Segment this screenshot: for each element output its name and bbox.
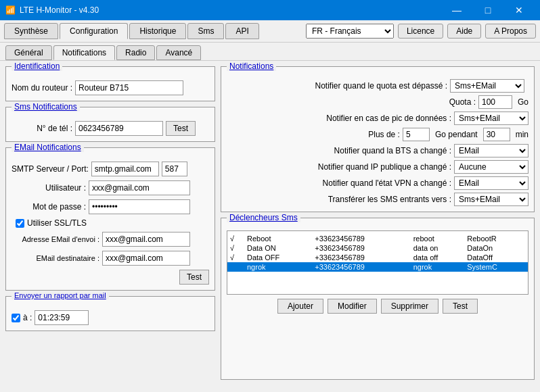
- row-check: [227, 262, 244, 272]
- row-response: SystemC: [464, 262, 528, 272]
- quota-label: Quota :: [227, 97, 476, 107]
- notifications-group: Notifications Notifier quand le quota es…: [221, 66, 535, 212]
- row-check: √: [227, 234, 244, 243]
- notif-transfer-label: Transférer les SMS entrants vers :: [227, 195, 451, 204]
- smtp-label: SMTP Serveur / Port:: [12, 164, 89, 174]
- notif-bts-select[interactable]: EMailAucuneSmsSms+EMail: [454, 144, 528, 157]
- rapport-row: à :: [12, 310, 209, 325]
- phone-input[interactable]: [75, 121, 163, 136]
- table-row[interactable]: √ Data ON +33623456789 data on DataOn: [227, 243, 528, 253]
- notif-plusde-row: Plus de : Go pendant min: [227, 128, 528, 141]
- rapport-time-input[interactable]: [35, 310, 89, 325]
- quota-input[interactable]: [478, 95, 512, 109]
- row-number: +33623456789: [312, 253, 410, 262]
- from-label: Adresse EMail d'envoi :: [12, 235, 99, 243]
- notif-quota-label: Notifier quand le quota est dépassé :: [227, 81, 447, 91]
- notif-transfer-select[interactable]: Sms+EMailAucuneSmsEMail: [454, 193, 528, 206]
- app-icon: 📶: [5, 5, 16, 15]
- notif-pic-label: Notifier en cas de pic de données :: [227, 114, 451, 123]
- smtp-input[interactable]: [91, 162, 159, 176]
- notif-quota-select[interactable]: Sms+EMailAucuneSmsEMail: [450, 79, 524, 93]
- supprimer-button[interactable]: Supprimer: [381, 299, 438, 314]
- notif-ip-select[interactable]: AucuneSmsEMailSms+EMail: [454, 160, 528, 174]
- notif-vpn-label: Notifier quand l'état VPN a changé :: [227, 178, 451, 188]
- notif-transfer-row: Transférer les SMS entrants vers : Sms+E…: [227, 193, 528, 206]
- language-select[interactable]: FR - Français: [306, 24, 394, 39]
- user-row: Utilisateur :: [12, 180, 209, 195]
- sms-actions: Ajouter Modifier Supprimer Test: [227, 299, 528, 314]
- subtab-avance[interactable]: Avancé: [156, 45, 201, 60]
- router-name-row: Nom du routeur :: [12, 80, 209, 95]
- licence-button[interactable]: Licence: [398, 24, 443, 39]
- identification-label: Identification: [12, 62, 62, 71]
- rapport-checkbox[interactable]: [12, 314, 20, 322]
- test-sms-button[interactable]: Test: [443, 299, 478, 314]
- subtab-general[interactable]: Général: [5, 45, 52, 60]
- user-label: Utilisateur :: [12, 183, 86, 193]
- sub-tabs: Général Notifications Radio Avancé: [0, 43, 540, 61]
- tab-historique[interactable]: Historique: [129, 23, 186, 39]
- declencheurs-label: Déclencheurs Sms: [227, 213, 300, 222]
- pass-row: Mot de passe :: [12, 199, 209, 214]
- user-input[interactable]: [89, 180, 190, 195]
- row-response: DataOn: [464, 243, 528, 253]
- maximize-button[interactable]: □: [472, 0, 503, 20]
- sms-table-wrapper: √ Reboot +33623456789 reboot RebootR √ D…: [227, 230, 528, 295]
- tab-configuration[interactable]: Configuration: [60, 23, 128, 39]
- row-action: Data ON: [244, 243, 312, 253]
- email-notif-label: EMail Notifications: [12, 143, 84, 152]
- notif-quota-row: Notifier quand le quota est dépassé : Sm…: [227, 79, 528, 93]
- table-row[interactable]: √ Data OFF +33623456789 data off DataOff: [227, 253, 528, 262]
- right-panel: Notifications Notifier quand le quota es…: [221, 66, 535, 380]
- row-keyword: data on: [411, 243, 465, 253]
- tab-synthese[interactable]: Synthèse: [4, 23, 58, 39]
- menu-bar: Synthèse Configuration Historique Sms AP…: [0, 20, 540, 43]
- ajouter-button[interactable]: Ajouter: [277, 299, 323, 314]
- email-test-button[interactable]: Test: [179, 270, 209, 285]
- to-input[interactable]: [102, 251, 190, 266]
- plusde-gounit: Go pendant: [435, 130, 478, 139]
- rapport-group: Envoyer un rapport par mail à :: [5, 296, 215, 331]
- row-action: ngrok: [244, 262, 312, 272]
- sms-table: √ Reboot +33623456789 reboot RebootR √ D…: [227, 234, 528, 272]
- ssl-checkbox[interactable]: [16, 219, 24, 228]
- rapport-label: Envoyer un rapport par mail: [12, 291, 109, 299]
- tab-sms[interactable]: Sms: [187, 23, 224, 39]
- table-row[interactable]: √ Reboot +33623456789 reboot RebootR: [227, 234, 528, 243]
- main-content: Identification Nom du routeur : Sms Noti…: [0, 61, 540, 385]
- from-input[interactable]: [102, 232, 190, 247]
- sms-test-button[interactable]: Test: [166, 121, 196, 136]
- notif-pic-select[interactable]: Sms+EMailAucuneSmsEMail: [454, 112, 528, 125]
- close-button[interactable]: ✕: [503, 0, 535, 20]
- sms-notif-label: Sms Notifications: [12, 102, 80, 112]
- row-number: +33623456789: [312, 262, 410, 272]
- aide-button[interactable]: Aide: [447, 24, 481, 39]
- title-bar-left: 📶 LTE H-Monitor - v4.30: [5, 5, 99, 15]
- modifier-button[interactable]: Modifier: [328, 299, 377, 314]
- plusde-go-input[interactable]: [403, 128, 430, 141]
- tab-api[interactable]: API: [225, 23, 258, 39]
- subtab-radio[interactable]: Radio: [116, 45, 155, 60]
- notifications-group-label: Notifications: [227, 62, 276, 71]
- notif-vpn-select[interactable]: EMailAucuneSmsSms+EMail: [454, 176, 528, 190]
- declencheurs-group: Déclencheurs Sms √ Reboot +33623456789 r…: [221, 218, 535, 380]
- notif-plusde-label: Plus de :: [227, 130, 400, 139]
- notif-bts-row: Notifier quand la BTS a changé : EMailAu…: [227, 144, 528, 157]
- notif-ip-label: Notifier quand IP publique a changé :: [227, 162, 451, 172]
- subtab-notifications[interactable]: Notifications: [53, 45, 115, 60]
- row-number: +33623456789: [312, 234, 410, 243]
- minimize-button[interactable]: —: [441, 0, 472, 20]
- row-keyword: reboot: [411, 234, 465, 243]
- plusde-min-input[interactable]: [483, 128, 510, 141]
- router-name-input[interactable]: [75, 80, 183, 95]
- ssl-label: Utiliser SSL/TLS: [27, 218, 87, 228]
- apropos-button[interactable]: A Propos: [485, 24, 536, 39]
- phone-row: N° de tél : Test: [12, 121, 209, 136]
- pass-input[interactable]: [89, 199, 190, 214]
- identification-group: Identification Nom du routeur :: [5, 66, 215, 101]
- row-response: DataOff: [464, 253, 528, 262]
- table-row[interactable]: ngrok +33623456789 ngrok SystemC: [227, 262, 528, 272]
- smtp-port-input[interactable]: [162, 162, 187, 176]
- notif-vpn-row: Notifier quand l'état VPN a changé : EMa…: [227, 176, 528, 190]
- title-bar-controls: — □ ✕: [441, 0, 535, 20]
